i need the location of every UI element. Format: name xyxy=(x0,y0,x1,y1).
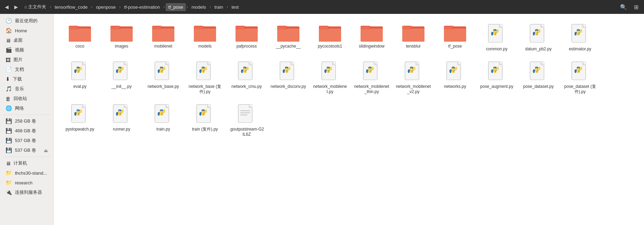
file-label-6: pycocotools1 xyxy=(318,44,342,49)
file-item-10[interactable]: common.py xyxy=(478,21,516,55)
svg-rect-20 xyxy=(194,28,216,42)
sidebar-item-9[interactable]: 🌐网络 xyxy=(1,103,52,113)
svg-point-103 xyxy=(536,67,537,68)
breadcrumb-separator: › xyxy=(226,5,228,9)
svg-rect-38 xyxy=(319,28,341,42)
file-item-1[interactable]: images xyxy=(102,21,141,55)
breadcrumb-item-7[interactable]: test xyxy=(229,3,241,11)
file-item-26[interactable]: pystopwatch.py xyxy=(61,101,99,140)
svg-point-70 xyxy=(77,67,78,68)
drive-label-2: 537 GB 卷 xyxy=(15,138,36,144)
file-item-20[interactable]: network_mobilenet_thin.py xyxy=(353,58,391,98)
python-file-icon-26 xyxy=(71,104,89,125)
sidebar-drive-1[interactable]: 💾468 GB 卷 xyxy=(1,126,52,136)
sidebar-icon-4: 🖼 xyxy=(6,57,11,63)
file-item-15[interactable]: network_base.py xyxy=(144,58,182,98)
file-item-16[interactable]: network_base (复件).py xyxy=(186,58,224,98)
folder-icon-1 xyxy=(110,24,133,42)
drive-icon-3: 💾 xyxy=(6,147,12,153)
file-label-28: train.py xyxy=(156,127,170,132)
svg-point-71 xyxy=(78,71,79,72)
breadcrumb-item-0[interactable]: ⌂ 主文件夹 xyxy=(22,2,49,11)
sidebar-bookmark-0[interactable]: 🖥计算机 xyxy=(1,158,52,168)
sidebar-bookmark-2[interactable]: 📁research xyxy=(1,178,52,188)
file-item-0[interactable]: coco xyxy=(61,21,99,55)
sidebar-label-0: 最近使用的 xyxy=(15,18,38,24)
file-item-11[interactable]: datum_pb2.py xyxy=(519,21,558,55)
svg-point-62 xyxy=(495,34,496,34)
sidebar-label-3: 视频 xyxy=(15,47,24,53)
python-file-icon-12 xyxy=(571,24,589,45)
file-item-12[interactable]: estimator.py xyxy=(561,21,599,55)
sidebar-icon-5: 📄 xyxy=(6,66,12,73)
breadcrumb-item-5[interactable]: models xyxy=(189,3,209,11)
sidebar-item-8[interactable]: 🗑回收站 xyxy=(1,94,52,103)
bookmark-icon-0: 🖥 xyxy=(6,160,11,166)
breadcrumb-item-2[interactable]: openpose xyxy=(93,3,118,11)
file-item-8[interactable]: tensblur xyxy=(394,21,432,55)
file-item-19[interactable]: network_mobilenet.py xyxy=(311,58,349,98)
file-item-23[interactable]: pose_augment.py xyxy=(478,58,516,98)
back-button[interactable]: ◀ xyxy=(3,3,11,11)
sidebar-drive-3[interactable]: 💾537 GB 卷⏏ xyxy=(1,145,52,155)
file-item-9[interactable]: tf_pose xyxy=(436,21,474,55)
sidebar-item-2[interactable]: 🖥桌面 xyxy=(1,35,52,45)
sidebar-item-4[interactable]: 🖼图片 xyxy=(1,55,52,65)
svg-rect-14 xyxy=(152,28,174,42)
breadcrumb-item-4[interactable]: tf_pose xyxy=(166,3,186,11)
file-label-5: __pycache__ xyxy=(276,44,300,49)
python-file-icon-18 xyxy=(279,61,297,83)
file-item-22[interactable]: networks.py xyxy=(436,58,474,98)
sidebar-item-0[interactable]: 🕐最近使用的 xyxy=(1,16,52,26)
file-label-1: images xyxy=(115,44,129,49)
python-file-icon-15 xyxy=(154,61,172,83)
file-item-3[interactable]: models xyxy=(186,21,224,55)
sidebar-item-3[interactable]: 🎬视频 xyxy=(1,45,52,55)
file-item-30[interactable]: .goutputstream-G2IL6Z xyxy=(228,101,266,140)
sidebar-item-1[interactable]: 🏠Home xyxy=(1,26,52,35)
breadcrumb-item-1[interactable]: tensorflow_code xyxy=(52,3,90,11)
breadcrumb-item-3[interactable]: tf-pose-estimation xyxy=(121,3,163,11)
file-item-7[interactable]: slidingwindow xyxy=(353,21,391,55)
sidebar-divider-1 xyxy=(3,115,51,115)
sidebar-drive-0[interactable]: 💾258 GB 卷 xyxy=(1,116,52,126)
file-item-6[interactable]: pycocotools1 xyxy=(311,21,349,55)
file-item-25[interactable]: pose_dataset (复件).py xyxy=(561,58,599,98)
eject-icon-3[interactable]: ⏏ xyxy=(44,148,48,153)
file-item-27[interactable]: runner.py xyxy=(102,101,141,140)
svg-point-92 xyxy=(370,71,371,72)
sidebar-bookmark-3[interactable]: 🔌连接到服务器 xyxy=(1,188,52,197)
forward-button[interactable]: ▶ xyxy=(12,3,20,11)
python-file-icon-13 xyxy=(71,61,89,83)
file-item-5[interactable]: __pycache__ xyxy=(269,21,307,55)
file-item-4[interactable]: pafprocess xyxy=(228,21,266,55)
sidebar-bookmark-1[interactable]: 📁thchs30-stand... xyxy=(1,168,52,178)
file-item-18[interactable]: network_dsconv.py xyxy=(269,58,307,98)
sidebar-drive-2[interactable]: 💾537 GB 卷 xyxy=(1,136,52,145)
sidebar-label-6: 下载 xyxy=(13,76,22,82)
python-file-icon-22 xyxy=(446,61,464,83)
folder-icon-9 xyxy=(444,24,466,42)
svg-rect-2 xyxy=(69,28,91,42)
file-item-14[interactable]: __init__.py xyxy=(102,58,141,98)
file-item-13[interactable]: eval.py xyxy=(61,58,99,98)
file-item-2[interactable]: mobilenet xyxy=(144,21,182,55)
file-item-24[interactable]: pose_dataset.py xyxy=(519,58,558,98)
file-label-12: estimator.py xyxy=(569,47,592,52)
sidebar-item-6[interactable]: ⬇下载 xyxy=(1,74,52,84)
file-item-29[interactable]: train (复件).py xyxy=(186,101,224,140)
python-file-icon-14 xyxy=(113,61,131,83)
search-button[interactable]: 🔍 xyxy=(617,2,630,12)
svg-rect-26 xyxy=(236,28,258,42)
sidebar-icon-1: 🏠 xyxy=(6,27,12,34)
sidebar-item-7[interactable]: 🎵音乐 xyxy=(1,84,52,94)
sidebar-icon-3: 🎬 xyxy=(6,47,12,53)
file-label-16: network_base (复件).py xyxy=(187,84,223,95)
file-item-28[interactable]: train.py xyxy=(144,101,182,140)
file-item-17[interactable]: network_cmu.py xyxy=(228,58,266,98)
breadcrumb-item-6[interactable]: train xyxy=(212,3,226,11)
svg-point-77 xyxy=(162,71,162,72)
file-item-21[interactable]: network_mobilenet_v2.py xyxy=(394,58,432,98)
sidebar-item-5[interactable]: 📄文档 xyxy=(1,65,52,74)
view-toggle-button[interactable]: ⊞ xyxy=(631,2,641,12)
